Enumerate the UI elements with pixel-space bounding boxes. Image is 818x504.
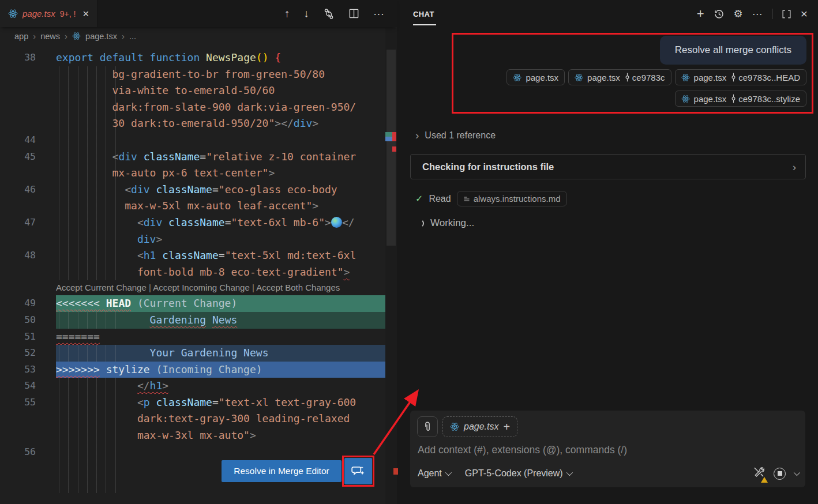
line-number: 50 — [0, 312, 56, 329]
code-row: 54 </h1> — [0, 378, 397, 394]
file-reference-chip[interactable]: page.tsxce9783c..stylize — [675, 91, 806, 107]
code-row: 53>>>>>>> stylize (Incoming Change) — [0, 362, 397, 378]
checking-instructions-expander[interactable]: Checking for instructions file › — [410, 154, 806, 179]
chip-git-ref: ce9783c..HEAD — [738, 73, 800, 82]
code-token: div — [131, 183, 150, 195]
code-token: "text-5xl md:text-6xl — [225, 249, 357, 261]
line-number — [0, 115, 56, 132]
code-row: 48 <h1 className="text-5xl md:text-6xl — [0, 247, 397, 264]
code-token: < — [56, 249, 144, 261]
code-token: stylize — [100, 363, 150, 375]
react-icon — [575, 73, 583, 82]
code-token: Gardening — [150, 314, 207, 326]
code-token: < — [56, 396, 144, 408]
code-token: > — [268, 167, 275, 179]
code-token: className — [144, 151, 200, 163]
code-row: mx-auto px-6 text-center"> — [0, 165, 397, 182]
code-token — [56, 314, 150, 326]
code-token — [269, 51, 275, 63]
mode-label: Agent — [418, 468, 442, 479]
chevron-right-icon: › — [33, 31, 36, 41]
line-number — [0, 460, 56, 477]
file-reference-chip[interactable]: page.tsxce9783c..HEAD — [675, 69, 806, 85]
close-icon[interactable]: × — [801, 7, 808, 21]
code-token: <<<<<<< — [56, 297, 106, 309]
code-row: 55 <p className="text-xl text-gray-600 — [0, 394, 397, 411]
new-chat-icon[interactable]: + — [697, 6, 704, 21]
stop-icon[interactable] — [774, 468, 786, 480]
chat-input-box[interactable]: page.tsx + Add context (#), extensions (… — [410, 411, 805, 487]
code-token: div — [144, 216, 163, 228]
gear-icon[interactable]: ⚙ — [734, 7, 743, 20]
code-token: < — [56, 151, 118, 163]
next-change-icon[interactable]: ↓ — [304, 7, 310, 20]
code-token: mx-auto px-6 text-center" — [56, 167, 268, 179]
line-number: 55 — [0, 394, 56, 411]
breadcrumb-file[interactable]: page.tsx — [85, 32, 117, 41]
breadcrumb-symbol[interactable]: ... — [129, 32, 136, 41]
mode-dropdown[interactable]: Agent — [418, 468, 450, 479]
current-file-context-chip[interactable]: page.tsx + — [442, 416, 517, 437]
open-changes-icon[interactable] — [323, 8, 335, 20]
used-references-toggle[interactable]: › Used 1 reference — [415, 130, 496, 141]
code-token: > — [344, 266, 350, 278]
breadcrumb-news[interactable]: news — [40, 32, 60, 41]
react-icon — [72, 32, 81, 40]
code-token: </ — [137, 379, 150, 392]
line-number: 38 — [0, 50, 56, 66]
instructions-file-chip[interactable]: always.instructions.md — [457, 191, 567, 206]
file-reference-chip[interactable]: page.tsxce9783c — [568, 69, 671, 85]
copilot-resolve-button[interactable] — [344, 458, 372, 484]
git-commit-icon — [730, 94, 737, 103]
code-token: div — [118, 151, 137, 163]
previous-change-icon[interactable]: ↑ — [284, 7, 290, 20]
code-token: "text-6xl mb-6" — [231, 216, 325, 228]
history-icon[interactable] — [714, 9, 725, 20]
code-row: 56 — [0, 444, 397, 461]
line-number: 52 — [0, 345, 56, 362]
read-file-row: ✓ Read always.instructions.md — [415, 191, 567, 206]
chip-git-ref: ce9783c — [632, 73, 665, 82]
codelens-action[interactable]: Accept Incoming Change — [153, 283, 250, 292]
attach-context-button[interactable] — [417, 416, 438, 437]
codelens-action[interactable]: Accept Current Change — [56, 283, 147, 292]
line-number: 44 — [0, 132, 56, 149]
file-reference-chip[interactable]: page.tsx — [506, 69, 565, 85]
more-actions-icon[interactable]: ··· — [373, 7, 384, 20]
chevron-down-icon[interactable] — [794, 469, 800, 476]
model-dropdown[interactable]: GPT-5-Codex (Preview) — [465, 468, 571, 479]
codelens-action[interactable]: Accept Both Changes — [256, 283, 340, 292]
maximize-icon[interactable] — [782, 9, 791, 19]
more-icon[interactable]: ··· — [752, 8, 763, 20]
overview-mark-incoming — [385, 137, 392, 141]
close-icon[interactable]: × — [82, 8, 89, 19]
context-chips-row-2: page.tsxce9783c..stylize — [675, 91, 806, 107]
resolve-in-merge-editor-button[interactable]: Resolve in Merge Editor — [222, 460, 342, 482]
model-label: GPT-5-Codex (Preview) — [465, 468, 563, 479]
overview-mark-current — [385, 132, 392, 137]
code-token: { — [275, 51, 281, 63]
tools-warning-icon[interactable] — [753, 466, 766, 481]
working-label: Working... — [430, 217, 474, 229]
chat-input-controls: Agent GPT-5-Codex (Preview) — [418, 465, 798, 482]
editor-scrollbar[interactable] — [385, 28, 397, 504]
check-icon: ✓ — [415, 193, 423, 204]
code-token: < — [56, 183, 131, 195]
code-token: function — [150, 51, 207, 63]
used-references-label: Used 1 reference — [425, 130, 496, 141]
tab-page-tsx[interactable]: page.tsx 9+, ! × — [0, 0, 97, 27]
code-token: bg-gradient-to-br from-green-50/80 — [56, 68, 325, 80]
breadcrumb-app[interactable]: app — [14, 32, 28, 41]
chat-input-placeholder[interactable]: Add context (#), extensions (@), command… — [418, 444, 627, 456]
code-row: 49<<<<<<< HEAD (Current Change) — [0, 295, 397, 312]
git-commit-icon — [624, 73, 631, 82]
react-icon — [513, 73, 521, 82]
add-icon: + — [503, 420, 510, 434]
line-number: 48 — [0, 247, 56, 264]
chip-filename: page.tsx — [526, 73, 558, 82]
tab-chat[interactable]: CHAT — [413, 10, 434, 18]
split-editor-icon[interactable] — [348, 8, 359, 19]
code-token: h1 — [150, 379, 163, 392]
code-token: > — [325, 216, 331, 228]
line-number: 54 — [0, 378, 56, 394]
